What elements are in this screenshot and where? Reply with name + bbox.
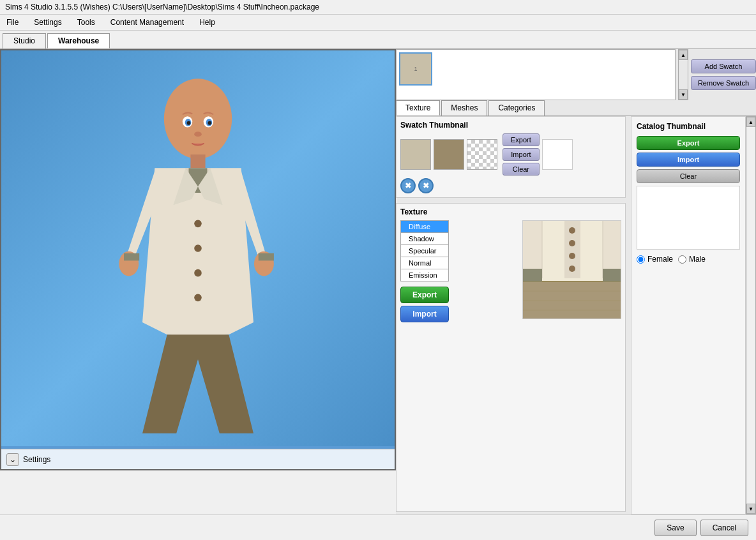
content-wrapper: ⌄ Settings 1 ▲ ▼ Add Swatch xyxy=(0,49,756,514)
right-scrollbar: ▲ ▼ xyxy=(746,116,756,514)
thumb-white[interactable] xyxy=(542,139,573,170)
texture-specular[interactable]: Specular xyxy=(400,244,449,257)
save-button[interactable]: Save xyxy=(654,520,696,536)
bottom-bar: Save Cancel xyxy=(0,514,756,540)
right-panel: 1 ▲ ▼ Add Swatch Remove Swatch Texture M… xyxy=(396,49,756,514)
texture-shadow[interactable]: Shadow xyxy=(400,232,449,244)
swatch-thumbnail-section: Swatch Thumbnail Export Import Clear xyxy=(396,116,626,198)
texture-title: Texture xyxy=(400,207,621,216)
menu-help[interactable]: Help xyxy=(195,16,219,29)
texture-main-row: Diffuse Shadow Specular Normal Emission … xyxy=(400,220,621,322)
svg-point-5 xyxy=(194,244,202,252)
texture-list: Diffuse Shadow Specular Normal Emission xyxy=(400,220,449,281)
gender-row: Female Male xyxy=(637,255,740,264)
swatch-action-buttons: Add Swatch Remove Swatch xyxy=(691,49,756,100)
swatch-area: 1 ▲ ▼ Add Swatch Remove Swatch xyxy=(396,49,756,100)
texture-diffuse[interactable]: Diffuse xyxy=(400,220,449,232)
female-radio-group: Female xyxy=(637,255,673,264)
cancel-button[interactable]: Cancel xyxy=(700,520,748,536)
remove-swatch-button[interactable]: Remove Swatch xyxy=(691,76,756,90)
character-svg xyxy=(70,63,326,433)
circle-x-btn-1[interactable]: ✖ xyxy=(400,178,416,193)
male-radio[interactable] xyxy=(678,255,686,264)
circle-row: ✖ ✖ xyxy=(400,178,621,193)
right-scroll-track xyxy=(746,127,755,504)
tab-texture[interactable]: Texture xyxy=(396,100,440,116)
tab-warehouse[interactable]: Warehouse xyxy=(47,33,110,49)
menu-bar: File Settings Tools Content Management H… xyxy=(0,15,756,31)
svg-point-6 xyxy=(194,269,202,277)
swatch-thumbnail-title: Swatch Thumbnail xyxy=(400,121,621,130)
settings-label: Settings xyxy=(23,455,50,464)
main-tab-bar: Studio Warehouse xyxy=(0,31,756,49)
settings-arrow-icon[interactable]: ⌄ xyxy=(6,453,19,466)
thumb-beige[interactable] xyxy=(400,139,431,170)
svg-point-22 xyxy=(569,227,575,234)
title-bar: Sims 4 Studio 3.1.5.5 (Wishes) C:\Users\… xyxy=(0,0,756,15)
catalog-clear-button[interactable]: Clear xyxy=(637,169,740,183)
catalog-preview xyxy=(637,186,740,250)
texture-section: Texture Diffuse Shadow Specular Normal E… xyxy=(396,203,626,512)
add-swatch-button[interactable]: Add Swatch xyxy=(691,59,756,73)
menu-tools[interactable]: Tools xyxy=(73,16,99,29)
texture-action-buttons: Export Import xyxy=(400,287,449,322)
viewport: ⌄ Settings xyxy=(0,49,396,470)
tab-meshes[interactable]: Meshes xyxy=(441,100,487,116)
texture-export-button[interactable]: Export xyxy=(400,287,449,303)
right-scroll-up-btn[interactable]: ▲ xyxy=(746,117,755,127)
svg-rect-1 xyxy=(190,154,205,170)
svg-point-4 xyxy=(194,220,202,228)
viewport-settings: ⌄ Settings xyxy=(1,449,395,469)
texture-left: Diffuse Shadow Specular Normal Emission … xyxy=(400,220,449,322)
right-scroll-down-btn[interactable]: ▼ xyxy=(746,504,755,514)
tab-categories[interactable]: Categories xyxy=(488,100,545,116)
texture-import-button[interactable]: Import xyxy=(400,306,449,322)
svg-point-0 xyxy=(164,79,232,159)
swatch-export-button[interactable]: Export xyxy=(503,133,540,146)
character-display xyxy=(1,50,395,446)
female-radio[interactable] xyxy=(637,255,645,264)
female-label: Female xyxy=(647,255,673,264)
svg-point-16 xyxy=(208,121,211,125)
catalog-thumbnail-section: Catalog Thumbnail Export Import Clear Fe… xyxy=(631,116,746,514)
male-radio-group: Male xyxy=(678,255,706,264)
svg-point-17 xyxy=(194,131,202,137)
scroll-up-btn[interactable]: ▲ xyxy=(679,50,688,60)
texture-emission[interactable]: Emission xyxy=(400,269,449,281)
catalog-export-button[interactable]: Export xyxy=(637,136,740,150)
thumb-checker[interactable] xyxy=(467,139,497,170)
menu-file[interactable]: File xyxy=(3,16,22,29)
svg-point-24 xyxy=(569,253,575,259)
content-area: Swatch Thumbnail Export Import Clear xyxy=(396,116,756,514)
svg-rect-33 xyxy=(603,269,621,281)
window-title: Sims 4 Studio 3.1.5.5 (Wishes) C:\Users\… xyxy=(5,3,319,11)
texture-preview-svg xyxy=(523,221,621,319)
svg-rect-19 xyxy=(523,281,621,319)
sub-tab-bar: Texture Meshes Categories xyxy=(396,100,756,116)
catalog-import-button[interactable]: Import xyxy=(637,153,740,167)
left-content: Swatch Thumbnail Export Import Clear xyxy=(396,116,626,514)
svg-point-25 xyxy=(569,266,575,272)
swatch-import-button[interactable]: Import xyxy=(503,148,540,161)
menu-content-management[interactable]: Content Management xyxy=(107,16,188,29)
swatch-list[interactable]: 1 xyxy=(396,49,676,100)
swatch-scrollbar: ▲ ▼ xyxy=(678,49,688,100)
thumb-tan[interactable] xyxy=(434,139,464,170)
tab-studio[interactable]: Studio xyxy=(3,33,46,49)
scroll-track xyxy=(679,60,688,89)
svg-rect-10 xyxy=(259,253,274,261)
svg-point-23 xyxy=(569,240,575,246)
circle-x-btn-2[interactable]: ✖ xyxy=(418,178,434,193)
svg-rect-32 xyxy=(523,269,542,281)
swatch-item-1[interactable]: 1 xyxy=(399,52,432,86)
texture-normal[interactable]: Normal xyxy=(400,257,449,269)
menu-settings[interactable]: Settings xyxy=(30,16,65,29)
swatch-clear-button[interactable]: Clear xyxy=(503,163,540,176)
thumb-grid: Export Import Clear xyxy=(400,133,621,176)
male-label: Male xyxy=(689,255,706,264)
svg-rect-9 xyxy=(124,253,139,261)
scroll-down-btn[interactable]: ▼ xyxy=(679,89,688,100)
thumb-action-buttons: Export Import Clear xyxy=(503,133,540,176)
catalog-thumbnail-title: Catalog Thumbnail xyxy=(637,122,740,131)
svg-point-7 xyxy=(194,294,202,302)
